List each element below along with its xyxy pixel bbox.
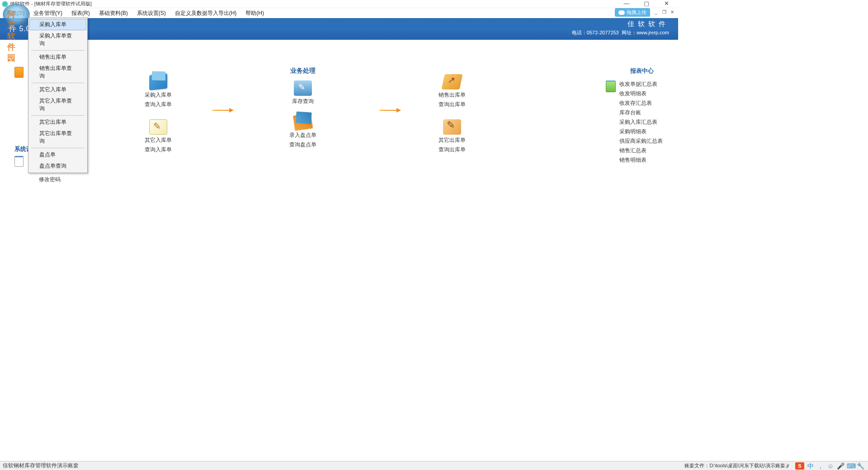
flow-column-purchase: 采购入库单 查询入库单 其它入库单 查询入库单 xyxy=(145,71,172,155)
flow-title-process: 业务处理 xyxy=(289,67,316,75)
calendar-icon xyxy=(14,156,24,167)
workspace: 部门 仓库 客户 材质 产地 系统设置 打印模板设计 系统设置 修改密码 采购入… xyxy=(0,40,678,358)
box-icon[interactable] xyxy=(294,80,312,96)
ship-out-icon[interactable] xyxy=(441,74,462,89)
dd-other-out[interactable]: 其它出库单 xyxy=(29,117,86,128)
banner-brand: 佳软软件 xyxy=(572,20,669,28)
cloud-icon xyxy=(618,10,625,15)
report-item[interactable]: 采购明细表 xyxy=(619,127,678,136)
nav-item-change-password[interactable]: 修改密码 xyxy=(26,175,77,184)
maximize-button[interactable]: ▢ xyxy=(637,0,656,8)
flow-query-check[interactable]: 查询盘点单 xyxy=(289,141,316,149)
close-button[interactable]: ✕ xyxy=(656,0,676,8)
canvas: 采购入库单 查询入库单 其它入库单 查询入库单 业务处理 库存查询 录入盘点单 … xyxy=(77,40,606,358)
app-icon xyxy=(2,1,8,7)
flow-arrow-icon xyxy=(380,110,400,111)
dd-purchase-in-query[interactable]: 采购入库单查询 xyxy=(29,30,86,49)
flow-stock-query[interactable]: 库存查询 xyxy=(289,98,316,105)
mdi-restore-icon[interactable]: ❐ xyxy=(661,9,667,16)
flow-query-other-in[interactable]: 查询入库单 xyxy=(145,146,172,154)
flow-other-in[interactable]: 其它入库单 xyxy=(145,136,172,144)
menu-system[interactable]: 系统(S) xyxy=(2,8,29,19)
dd-separator xyxy=(31,83,85,83)
app-banner: 件 5.0 佳软软件 电话：0572-2077253 网址：www.jrerp.… xyxy=(0,18,678,40)
folder-icon[interactable] xyxy=(149,73,167,90)
menu-custom-import-export[interactable]: 自定义及数据导入导出(H) xyxy=(170,8,241,19)
dd-sales-out-query[interactable]: 销售出库单查询 xyxy=(29,63,86,82)
dd-other-in-query[interactable]: 其它入库单查询 xyxy=(29,95,86,114)
pen-icon[interactable] xyxy=(443,119,461,135)
report-item[interactable]: 收发明细表 xyxy=(619,89,678,99)
flow-query-in[interactable]: 查询入库单 xyxy=(145,101,172,108)
dd-inventory-check-query[interactable]: 盘点单查询 xyxy=(29,160,86,172)
reports-title: 报表中心 xyxy=(606,67,678,75)
report-item[interactable]: 销售明细表 xyxy=(619,155,678,165)
minimize-button[interactable]: — xyxy=(617,0,637,8)
menu-reports[interactable]: 报表(R) xyxy=(67,8,94,19)
menu-basic-data[interactable]: 基础资料(B) xyxy=(94,8,132,19)
mdi-minimize-icon[interactable]: _ xyxy=(653,9,659,16)
menu-help[interactable]: 帮助(H) xyxy=(241,8,269,19)
report-item[interactable]: 采购入库汇总表 xyxy=(619,118,678,127)
menu-business[interactable]: 业务管理(Y) xyxy=(29,8,67,19)
flow-other-out[interactable]: 其它出库单 xyxy=(439,136,466,144)
banner-title: 件 5.0 xyxy=(9,24,31,34)
dd-sales-out[interactable]: 销售出库单 xyxy=(29,52,86,63)
dd-other-out-query[interactable]: 其它出库单查询 xyxy=(29,128,86,147)
dd-separator xyxy=(31,50,85,51)
upload-badge-label: 拖拽上传 xyxy=(627,9,646,16)
banner-contact: 电话：0572-2077253 网址：www.jrerp.com xyxy=(572,29,669,36)
flow-query-sales-out[interactable]: 查询出库单 xyxy=(439,101,466,108)
flow-query-other-out[interactable]: 查询出库单 xyxy=(439,146,466,154)
flow-arrow-icon xyxy=(212,110,232,111)
menu-bar: 系统(S) 业务管理(Y) 报表(R) 基础资料(B) 系统设置(S) 自定义及… xyxy=(0,8,678,18)
flow-sales-out[interactable]: 销售出库单 xyxy=(439,91,466,99)
dd-separator xyxy=(31,148,85,148)
dd-inventory-check[interactable]: 盘点单 xyxy=(29,149,86,160)
flow-purchase-in[interactable]: 采购入库单 xyxy=(145,91,172,99)
flow-column-process: 业务处理 库存查询 录入盘点单 查询盘点单 xyxy=(289,67,316,150)
report-item[interactable]: 销售汇总表 xyxy=(619,146,678,155)
report-item[interactable]: 库存台账 xyxy=(619,108,678,118)
report-item[interactable]: 供应商采购汇总表 xyxy=(619,136,678,146)
nav-group-icon xyxy=(14,67,24,78)
menu-settings[interactable]: 系统设置(S) xyxy=(132,8,170,19)
drag-upload-badge[interactable]: 拖拽上传 xyxy=(615,8,650,17)
mdi-close-icon[interactable]: ✕ xyxy=(669,9,675,16)
title-bar: 佳软软件 - [钢材库存管理软件试用版] — ▢ ✕ xyxy=(0,0,678,8)
books-icon[interactable] xyxy=(293,113,313,131)
business-dropdown-menu: 采购入库单 采购入库单查询 销售出库单 销售出库单查询 其它入库单 其它入库单查… xyxy=(28,18,88,173)
reports-panel: 报表中心 收发单据汇总表 收发明细表 收发存汇总表 库存台账 采购入库汇总表 采… xyxy=(606,40,678,358)
dd-purchase-in[interactable]: 采购入库单 xyxy=(29,19,86,30)
dd-separator xyxy=(31,115,85,116)
report-item[interactable]: 收发存汇总表 xyxy=(619,99,678,108)
report-item[interactable]: 收发单据汇总表 xyxy=(619,80,678,89)
flow-input-check[interactable]: 录入盘点单 xyxy=(289,132,316,139)
dd-other-in[interactable]: 其它入库单 xyxy=(29,84,86,95)
window-title: 佳软软件 - [钢材库存管理软件试用版] xyxy=(10,0,92,7)
flow-column-sales: 销售出库单 查询出库单 其它出库单 查询出库单 xyxy=(439,67,466,155)
note-icon[interactable] xyxy=(149,119,167,135)
report-icon xyxy=(606,80,616,92)
